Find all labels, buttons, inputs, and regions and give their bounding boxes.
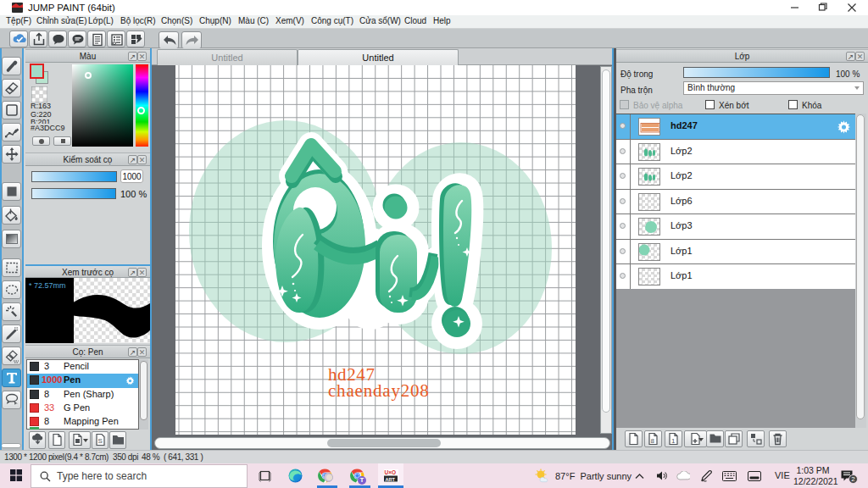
svg-text:ART: ART	[386, 477, 396, 482]
svg-text:U×O: U×O	[385, 469, 397, 475]
svg-text:chaenday208: chaenday208	[328, 380, 430, 401]
svg-text:1: 1	[671, 437, 676, 445]
svg-text:* 72.57mm: * 72.57mm	[29, 281, 66, 290]
svg-text:S: S	[98, 437, 103, 445]
svg-text:8: 8	[651, 437, 655, 445]
